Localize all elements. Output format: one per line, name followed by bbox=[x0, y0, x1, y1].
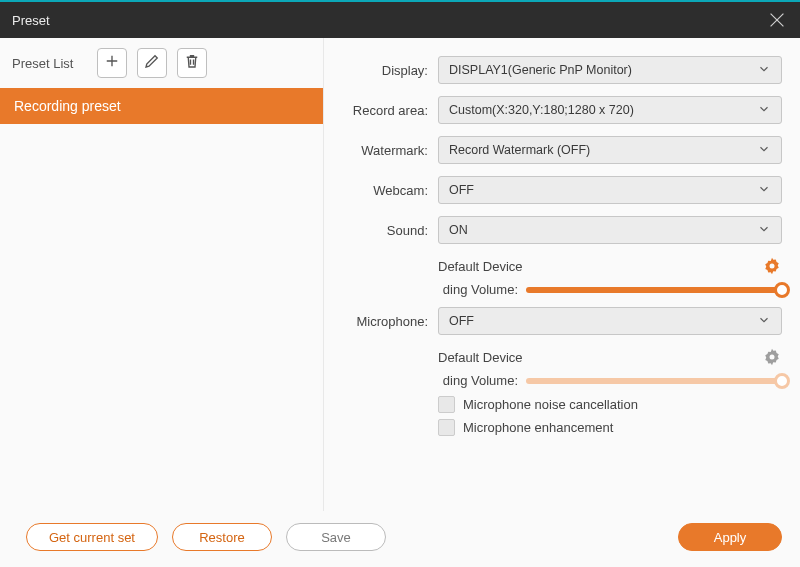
settings-panel: Display: DISPLAY1(Generic PnP Monitor) R… bbox=[324, 38, 800, 511]
close-icon[interactable] bbox=[766, 9, 788, 31]
sound-volume-label: ding Volume: bbox=[438, 282, 518, 297]
display-label: Display: bbox=[324, 63, 438, 78]
webcam-value: OFF bbox=[449, 183, 474, 197]
mic-noise-cancel-label: Microphone noise cancellation bbox=[463, 397, 638, 412]
apply-button[interactable]: Apply bbox=[678, 523, 782, 551]
title-bar: Preset bbox=[0, 2, 800, 38]
watermark-value: Record Watermark (OFF) bbox=[449, 143, 590, 157]
slider-thumb[interactable] bbox=[774, 282, 790, 298]
svg-point-1 bbox=[770, 264, 775, 269]
mic-volume-slider[interactable] bbox=[526, 378, 782, 384]
chevron-down-icon bbox=[757, 222, 771, 239]
add-preset-button[interactable] bbox=[97, 48, 127, 78]
window-title: Preset bbox=[12, 13, 50, 28]
restore-button[interactable]: Restore bbox=[172, 523, 272, 551]
sound-settings-button[interactable] bbox=[762, 256, 782, 276]
chevron-down-icon bbox=[757, 142, 771, 159]
microphone-value: OFF bbox=[449, 314, 474, 328]
save-button[interactable]: Save bbox=[286, 523, 386, 551]
microphone-label: Microphone: bbox=[324, 314, 438, 329]
watermark-label: Watermark: bbox=[324, 143, 438, 158]
pencil-icon bbox=[143, 52, 161, 74]
trash-icon bbox=[183, 52, 201, 74]
display-select[interactable]: DISPLAY1(Generic PnP Monitor) bbox=[438, 56, 782, 84]
edit-preset-button[interactable] bbox=[137, 48, 167, 78]
microphone-select[interactable]: OFF bbox=[438, 307, 782, 335]
plus-icon bbox=[103, 52, 121, 74]
sound-value: ON bbox=[449, 223, 468, 237]
dialog-body: Preset List Recording preset Display: DI… bbox=[0, 38, 800, 511]
sidebar-header: Preset List bbox=[0, 38, 323, 88]
mic-device-label: Default Device bbox=[438, 350, 754, 365]
footer: Get current set Restore Save Apply bbox=[0, 511, 800, 567]
mic-volume-label: ding Volume: bbox=[438, 373, 518, 388]
slider-track bbox=[526, 378, 782, 384]
watermark-select[interactable]: Record Watermark (OFF) bbox=[438, 136, 782, 164]
gear-icon bbox=[762, 353, 782, 370]
chevron-down-icon bbox=[757, 182, 771, 199]
svg-point-2 bbox=[770, 355, 775, 360]
mic-noise-cancel-checkbox[interactable] bbox=[438, 396, 455, 413]
mic-enhance-label: Microphone enhancement bbox=[463, 420, 613, 435]
sound-device-label: Default Device bbox=[438, 259, 754, 274]
sidebar: Preset List Recording preset bbox=[0, 38, 324, 511]
webcam-label: Webcam: bbox=[324, 183, 438, 198]
mic-settings-button[interactable] bbox=[762, 347, 782, 367]
chevron-down-icon bbox=[757, 313, 771, 330]
preset-list-label: Preset List bbox=[12, 56, 73, 71]
slider-thumb[interactable] bbox=[774, 373, 790, 389]
sound-label: Sound: bbox=[324, 223, 438, 238]
gear-icon bbox=[762, 262, 782, 279]
get-current-set-button[interactable]: Get current set bbox=[26, 523, 158, 551]
record-area-value: Custom(X:320,Y:180;1280 x 720) bbox=[449, 103, 634, 117]
mic-enhance-checkbox[interactable] bbox=[438, 419, 455, 436]
sound-select[interactable]: ON bbox=[438, 216, 782, 244]
chevron-down-icon bbox=[757, 102, 771, 119]
preset-item-recording[interactable]: Recording preset bbox=[0, 88, 323, 124]
record-area-select[interactable]: Custom(X:320,Y:180;1280 x 720) bbox=[438, 96, 782, 124]
delete-preset-button[interactable] bbox=[177, 48, 207, 78]
sound-volume-slider[interactable] bbox=[526, 287, 782, 293]
chevron-down-icon bbox=[757, 62, 771, 79]
display-value: DISPLAY1(Generic PnP Monitor) bbox=[449, 63, 632, 77]
slider-track bbox=[526, 287, 782, 293]
webcam-select[interactable]: OFF bbox=[438, 176, 782, 204]
record-area-label: Record area: bbox=[324, 103, 438, 118]
